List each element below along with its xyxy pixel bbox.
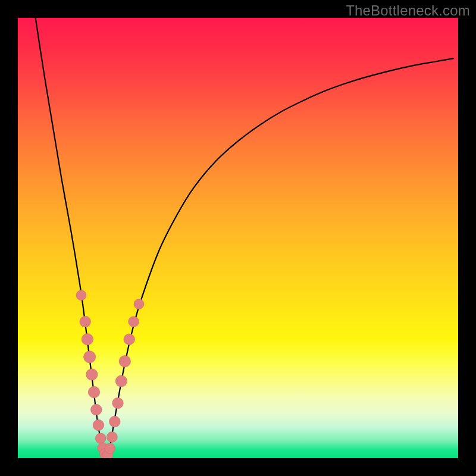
data-dot (107, 432, 117, 443)
data-dot (93, 419, 104, 431)
data-dot (105, 443, 115, 454)
data-dot (109, 416, 121, 427)
data-dot (115, 375, 127, 387)
data-dot (129, 317, 139, 327)
data-dot (112, 397, 124, 409)
data-dot (86, 369, 98, 380)
data-dot (90, 404, 102, 415)
plot-area (18, 18, 458, 458)
data-dot (84, 351, 96, 363)
data-dots (76, 290, 144, 458)
data-dot (76, 290, 86, 300)
data-dot (80, 316, 91, 327)
data-dot (124, 334, 135, 345)
data-dot (88, 386, 99, 397)
outer-frame: TheBottleneck.com (0, 0, 476, 476)
data-dot (82, 334, 93, 345)
data-dot (119, 356, 130, 367)
watermark-text: TheBottleneck.com (346, 2, 470, 19)
data-dot (134, 299, 144, 309)
data-dot (95, 433, 106, 444)
chart-svg (18, 18, 458, 458)
